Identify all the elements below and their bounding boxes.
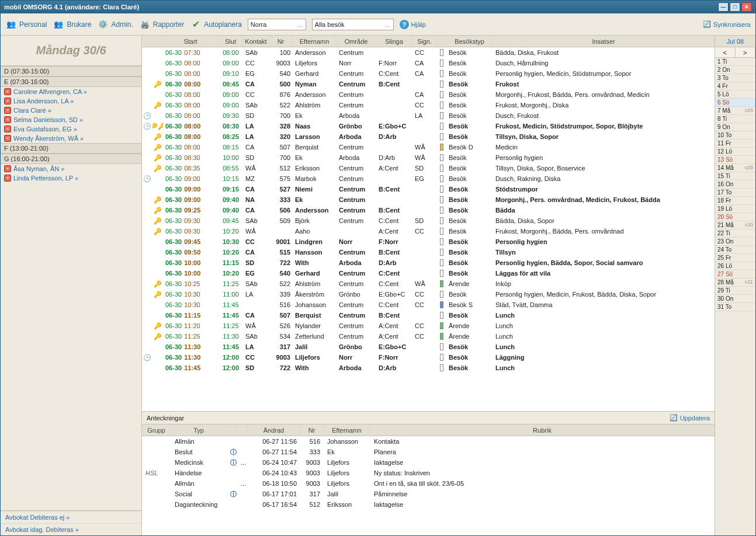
cal-day[interactable]: 18 Fr: [715, 197, 755, 205]
cal-day[interactable]: 21 Måv30: [715, 221, 755, 229]
sidebar-staff[interactable]: ×Åsa Nyman, ÅN »: [1, 164, 141, 173]
visit-row[interactable]: 06-30 11:4512:00SD722WithArbodaD:ArbBesö…: [142, 363, 715, 373]
visit-row[interactable]: 🔑06-30 11:2511:30SAb534ZetterlundCentrum…: [142, 331, 715, 342]
note-row[interactable]: HSLHändelse06-24 10:439003LiljeforsNy st…: [142, 468, 715, 478]
cal-day[interactable]: 3 To: [715, 74, 755, 82]
cal-day[interactable]: 1 Ti: [715, 58, 755, 66]
note-row[interactable]: Daganteckning06-17 16:54512ErikssonIakta…: [142, 499, 715, 510]
cal-day[interactable]: 14 Måv29: [715, 164, 755, 172]
note-row[interactable]: Allmän06-27 11:56516JohanssonKontakta: [142, 436, 715, 447]
close-icon[interactable]: ×: [4, 98, 11, 105]
visit-row[interactable]: 🕒🔑🔑06-30 08:0008:30LA328NaasGrönboE:Gbo+…: [142, 121, 715, 131]
close-icon[interactable]: ×: [4, 88, 11, 95]
cal-day[interactable]: 22 Ti: [715, 229, 755, 238]
cal-day[interactable]: 10 To: [715, 131, 755, 140]
visit-row[interactable]: 🕒06-30 11:3012:00CC9003LiljeforsNorrF:No…: [142, 352, 715, 363]
cal-day[interactable]: 31 To: [715, 303, 755, 311]
visit-row[interactable]: 🕒06-30 08:0009:30SD700EkArbodaLABesökDus…: [142, 110, 715, 121]
close-icon[interactable]: ×: [4, 107, 11, 114]
update-button[interactable]: Uppdatera: [670, 414, 710, 422]
visits-list[interactable]: 06-30 07:3008:00SAb100AnderssonCentrumCC…: [142, 47, 715, 411]
cal-day[interactable]: 12 Lö: [715, 148, 755, 156]
sidebar-staff[interactable]: ×Selma Danielsson, SD »: [1, 115, 141, 124]
sidebar-group[interactable]: E (07:30-16:00): [1, 76, 141, 87]
sidebar-group[interactable]: F (13:00-21:00): [1, 143, 141, 154]
sidebar-group[interactable]: G (16:00-21:00): [1, 154, 141, 164]
cal-day[interactable]: 20 Sö: [715, 213, 755, 221]
sidebar-staff[interactable]: ×Linda Pettersson, LP »: [1, 173, 141, 183]
cal-day[interactable]: 7 Måv28: [715, 107, 755, 115]
visit-row[interactable]: 🔑06-30 11:2011:25WÅ526NylanderCentrumA:C…: [142, 321, 715, 331]
avbokat-ej-link[interactable]: Avbokat Debiteras ej »: [5, 514, 70, 521]
maximize-button[interactable]: □: [730, 2, 740, 12]
visit-row[interactable]: 06-30 08:0009:00CC876AnderssonCentrumCAB…: [142, 89, 715, 100]
visit-row[interactable]: 06-30 07:3008:00SAb100AnderssonCentrumCC…: [142, 47, 715, 58]
sidebar-group[interactable]: D (07:30-15:00): [1, 66, 141, 76]
visit-row[interactable]: 🔑06-30 10:3011:00LA339ÅkerströmGrönboE:G…: [142, 289, 715, 300]
sidebar-staff[interactable]: ×Clara Claré »: [1, 106, 141, 115]
help-button[interactable]: Hjälp: [400, 20, 426, 29]
cal-day[interactable]: 4 Fr: [715, 82, 755, 91]
note-row[interactable]: Medicinskⓘ...06-24 10:479003LiljeforsIak…: [142, 457, 715, 468]
visit-row[interactable]: 🔑06-30 09:3009:45SAb509BjörkCentrumC:Cen…: [142, 215, 715, 226]
cal-day[interactable]: 17 To: [715, 189, 755, 197]
rapporter-button[interactable]: Rapporter: [139, 19, 184, 30]
visit-row[interactable]: 🔑06-30 09:2509:40CA506AnderssonCentrumB:…: [142, 205, 715, 215]
visit-row[interactable]: 🔑06-30 08:0009:00SAb522AhlströmCentrumCC…: [142, 100, 715, 110]
cal-day[interactable]: 29 Ti: [715, 287, 755, 295]
close-icon[interactable]: ×: [4, 116, 11, 123]
area-combo[interactable]: Norra…: [248, 19, 306, 30]
avbokat-idag-link[interactable]: Avbokat idag. Debiteras »: [5, 526, 79, 533]
cal-next[interactable]: >: [736, 47, 756, 58]
close-icon[interactable]: ×: [4, 135, 11, 142]
cal-month[interactable]: Jul 08: [715, 36, 755, 47]
cal-day[interactable]: 13 Sö: [715, 156, 755, 164]
visit-row[interactable]: 06-30 10:0011:15SD722WithArbodaD:ArbBesö…: [142, 257, 715, 268]
visit-row[interactable]: 06-30 09:0009:15CA527NiemiCentrumB:CentB…: [142, 184, 715, 194]
visit-row[interactable]: 06-30 09:4510:30CC9001LindgrenNorrF:Norr…: [142, 236, 715, 247]
visit-row[interactable]: 06-30 11:1511:45CA507BerquistCentrumB:Ce…: [142, 310, 715, 321]
cal-day[interactable]: 26 Lö: [715, 262, 755, 270]
note-row[interactable]: Allmän...06-18 10:509003LiljeforsOnt i e…: [142, 478, 715, 489]
sidebar-staff[interactable]: ×Caroline Alfvengren, CA »: [1, 87, 141, 96]
visit-row[interactable]: 🔑06-30 08:3010:00SD700EkArbodaD:ArbWÅBes…: [142, 152, 715, 163]
visit-row[interactable]: 🔑06-30 08:0008:15CA507BerquistCentrumWÅB…: [142, 142, 715, 152]
cal-day[interactable]: 23 On: [715, 238, 755, 246]
close-button[interactable]: ✕: [741, 2, 752, 12]
sidebar-staff[interactable]: ×Wendy Åkerström, WÅ »: [1, 134, 141, 143]
cal-day[interactable]: 16 On: [715, 180, 755, 189]
cal-day[interactable]: 11 Fr: [715, 140, 755, 148]
visit-row[interactable]: 06-30 09:5010:20CA515HanssonCentrumB:Cen…: [142, 247, 715, 257]
cal-day[interactable]: 9 On: [715, 123, 755, 131]
personal-button[interactable]: Personal: [5, 19, 47, 30]
cal-day[interactable]: 25 Fr: [715, 254, 755, 262]
visit-row[interactable]: 🔑06-30 09:3010:20WÅAahoA:CentCCBesökFruk…: [142, 226, 715, 236]
visit-row[interactable]: 🕒06-30 09:0010:15MZ575MarbokCentrumEGBes…: [142, 173, 715, 184]
visit-row[interactable]: 🔑06-30 08:0008:25LA320LarssonArbodaD:Arb…: [142, 131, 715, 142]
sidebar-staff[interactable]: ×Lisa Andersson, LA »: [1, 96, 141, 106]
cal-day[interactable]: 27 Sö: [715, 270, 755, 279]
notes-list[interactable]: Allmän06-27 11:56516JohanssonKontaktaBes…: [142, 436, 715, 535]
minimize-button[interactable]: —: [718, 2, 729, 12]
close-icon[interactable]: ×: [4, 175, 11, 182]
cal-day[interactable]: 30 On: [715, 295, 755, 303]
brukare-button[interactable]: Brukare: [53, 19, 91, 30]
cal-day[interactable]: 15 Ti: [715, 172, 755, 180]
cal-day[interactable]: 28 Måv31: [715, 279, 755, 287]
cal-day[interactable]: 24 To: [715, 246, 755, 254]
cal-day[interactable]: 8 Ti: [715, 115, 755, 123]
close-icon[interactable]: ×: [4, 165, 11, 172]
cal-day[interactable]: 2 On: [715, 66, 755, 74]
note-row[interactable]: Socialⓘ06-17 17:01317JalilPåminnelse: [142, 489, 715, 499]
visit-row[interactable]: 🔑06-30 10:2511:25SAb522AhlströmCentrumC:…: [142, 279, 715, 289]
visit-row[interactable]: 06-30 08:0009:00CC9003LiljeforsNorrF:Nor…: [142, 58, 715, 68]
visit-row[interactable]: 🔑06-30 08:3508:55WÅ512ErikssonCentrumA:C…: [142, 163, 715, 173]
note-row[interactable]: Beslutⓘ06-27 11:54333EkPlanera: [142, 447, 715, 457]
visit-row[interactable]: 06-30 10:0010:20EG540GerhardCentrumC:Cen…: [142, 268, 715, 279]
visit-row[interactable]: 🔑06-30 08:0008:45CA500NymanCentrumB:Cent…: [142, 79, 715, 89]
cal-day[interactable]: 19 Lö: [715, 205, 755, 213]
cal-day[interactable]: 5 Lö: [715, 91, 755, 99]
close-icon[interactable]: ×: [4, 126, 11, 133]
sidebar-staff[interactable]: ×Eva Gustafsson, EG »: [1, 124, 141, 134]
cal-day[interactable]: 6 Sö: [715, 99, 755, 107]
